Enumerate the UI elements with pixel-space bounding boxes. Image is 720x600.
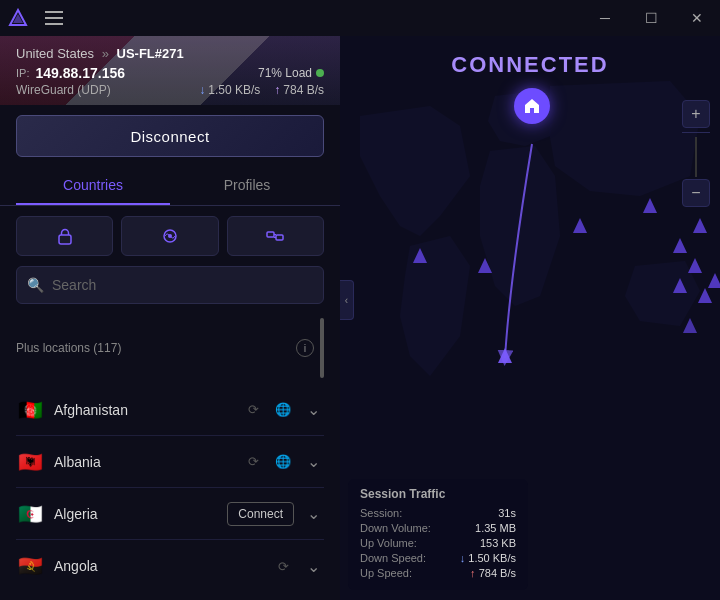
country-flag: 🇦🇫 — [16, 400, 44, 420]
scroll-indicator — [320, 318, 324, 378]
expand-icon[interactable]: ⌄ — [302, 451, 324, 473]
ip-text-label: IP: — [16, 67, 29, 79]
zoom-dots — [695, 137, 697, 177]
window-controls: ─ ☐ ✕ — [582, 0, 720, 36]
tab-profiles[interactable]: Profiles — [170, 167, 324, 205]
down-speed: 1.50 KB/s — [208, 83, 260, 97]
country-list: 🇦🇫 Afghanistan ⟳ 🌐 ⌄ 🇦🇱 Albania ⟳ 🌐 ⌄ 🇩🇿… — [0, 384, 340, 600]
breadcrumb-arrow: » — [102, 46, 109, 61]
load-badge: 71% Load — [258, 66, 324, 80]
speed-info: ↓ 1.50 KB/s ↑ 784 B/s — [199, 83, 324, 97]
up-speed-arrow-icon: ↑ — [470, 567, 476, 579]
connected-label: CONNECTED — [451, 52, 608, 78]
down-volume-label: Down Volume: — [360, 522, 431, 534]
home-pin — [514, 88, 550, 124]
list-item[interactable]: 🇦🇱 Albania ⟳ 🌐 ⌄ — [16, 436, 324, 488]
app-logo — [0, 0, 36, 36]
ip-value: 149.88.17.156 — [35, 65, 125, 81]
up-volume-value: 153 KB — [480, 537, 516, 549]
session-traffic-panel: Session Traffic Session: 31s Down Volume… — [348, 479, 528, 590]
close-button[interactable]: ✕ — [674, 0, 720, 36]
expand-icon[interactable]: ⌄ — [302, 555, 324, 577]
globe-icon[interactable]: 🌐 — [272, 399, 294, 421]
tab-countries[interactable]: Countries — [16, 167, 170, 205]
titlebar: ─ ☐ ✕ — [0, 0, 720, 36]
connection-breadcrumb: United States » US-FL#271 — [16, 46, 324, 61]
down-speed-arrow-icon: ↓ — [460, 552, 466, 564]
country-actions: ⟳ 🌐 ⌄ — [242, 451, 324, 473]
locations-label: Plus locations (117) — [16, 341, 121, 355]
country-label: United States — [16, 46, 94, 61]
reconnect-icon[interactable]: ⟳ — [242, 399, 264, 421]
filter-streaming-button[interactable] — [121, 216, 218, 256]
connection-header: United States » US-FL#271 IP: 149.88.17.… — [0, 36, 340, 105]
country-name: Algeria — [54, 506, 217, 522]
session-traffic-title: Session Traffic — [360, 487, 516, 501]
protocol-name: WireGuard (UDP) — [16, 83, 111, 97]
filter-row — [0, 206, 340, 266]
list-item[interactable]: 🇦🇫 Afghanistan ⟳ 🌐 ⌄ — [16, 384, 324, 436]
down-speed-row: Down Speed: ↓ 1.50 KB/s — [360, 552, 516, 564]
locations-header: Plus locations (117) i — [0, 314, 340, 384]
zoom-controls: + − — [682, 100, 710, 207]
p2p-icon — [266, 227, 284, 245]
load-text: 71% Load — [258, 66, 312, 80]
zoom-divider — [682, 132, 710, 133]
search-input[interactable] — [52, 277, 313, 293]
up-speed: 784 B/s — [283, 83, 324, 97]
session-value: 31s — [498, 507, 516, 519]
globe-icon[interactable]: 🌐 — [272, 451, 294, 473]
disconnect-section: Disconnect — [0, 105, 340, 167]
session-label: Session: — [360, 507, 402, 519]
reconnect-icon[interactable]: ⟳ — [272, 555, 294, 577]
tabs: Countries Profiles — [0, 167, 340, 206]
list-item[interactable]: 🇩🇿 Algeria Connect ⌄ — [16, 488, 324, 540]
svg-rect-5 — [267, 232, 274, 237]
connect-button[interactable]: Connect — [227, 502, 294, 526]
search-icon: 🔍 — [27, 277, 44, 293]
country-name: Albania — [54, 454, 232, 470]
locations-actions: i — [296, 318, 324, 378]
country-flag: 🇩🇿 — [16, 504, 44, 524]
minimize-button[interactable]: ─ — [582, 0, 628, 36]
panel-collapse-button[interactable]: ‹ — [340, 280, 354, 320]
down-speed-value: ↓ 1.50 KB/s — [460, 552, 516, 564]
lock-icon — [56, 227, 74, 245]
home-icon — [523, 97, 541, 115]
left-panel: United States » US-FL#271 IP: 149.88.17.… — [0, 0, 340, 600]
zoom-in-button[interactable]: + — [682, 100, 710, 128]
up-volume-row: Up Volume: 153 KB — [360, 537, 516, 549]
zoom-out-button[interactable]: − — [682, 179, 710, 207]
svg-rect-2 — [59, 235, 71, 244]
streaming-icon — [161, 227, 179, 245]
disconnect-button[interactable]: Disconnect — [16, 115, 324, 157]
up-arrow-icon: ↑ — [274, 83, 280, 97]
up-speed-label: Up Speed: — [360, 567, 412, 579]
expand-icon[interactable]: ⌄ — [302, 399, 324, 421]
load-indicator — [316, 69, 324, 77]
server-label: US-FL#271 — [117, 46, 184, 61]
country-actions: Connect ⌄ — [227, 502, 324, 526]
up-speed-row: Up Speed: ↑ 784 B/s — [360, 567, 516, 579]
country-actions: ⟳ 🌐 ⌄ — [242, 399, 324, 421]
country-name: Afghanistan — [54, 402, 232, 418]
list-item[interactable]: 🇦🇴 Angola ⟳ ⌄ — [16, 540, 324, 592]
map-panel: CONNECTED + − — [340, 0, 720, 600]
menu-button[interactable] — [36, 0, 72, 36]
maximize-button[interactable]: ☐ — [628, 0, 674, 36]
filter-p2p-button[interactable] — [227, 216, 324, 256]
filter-all-button[interactable] — [16, 216, 113, 256]
expand-icon[interactable]: ⌄ — [302, 503, 324, 525]
up-speed-value: ↑ 784 B/s — [470, 567, 516, 579]
session-row: Session: 31s — [360, 507, 516, 519]
reconnect-icon[interactable]: ⟳ — [242, 451, 264, 473]
down-volume-row: Down Volume: 1.35 MB — [360, 522, 516, 534]
down-speed-label: Down Speed: — [360, 552, 426, 564]
down-arrow-icon: ↓ — [199, 83, 205, 97]
info-icon[interactable]: i — [296, 339, 314, 357]
down-volume-value: 1.35 MB — [475, 522, 516, 534]
search-row: 🔍 — [0, 266, 340, 314]
up-volume-label: Up Volume: — [360, 537, 417, 549]
country-flag: 🇦🇴 — [16, 556, 44, 576]
search-box: 🔍 — [16, 266, 324, 304]
